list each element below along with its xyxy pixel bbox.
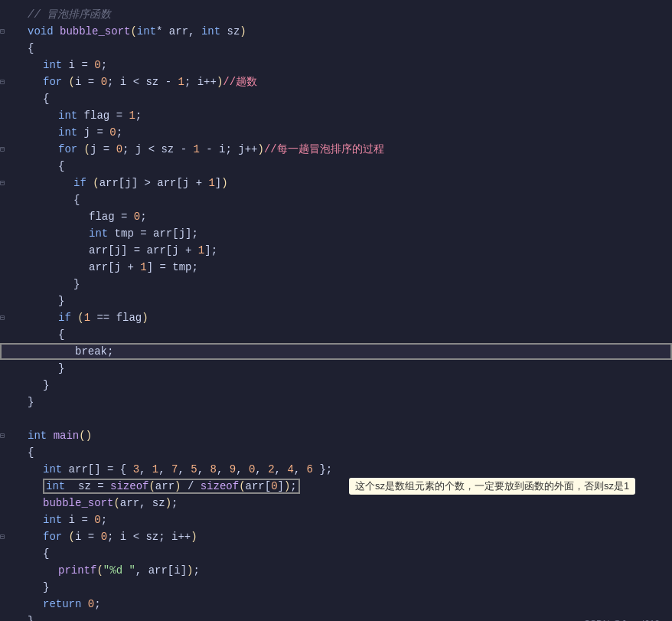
token-plain: j =: [90, 143, 116, 155]
line-1: // 冒泡排序函数: [0, 6, 672, 23]
token-plain: ,: [236, 463, 249, 476]
token-plain: arr[j +: [89, 261, 140, 273]
token-plain: i =: [62, 514, 94, 526]
token-fn: bubble_sort: [60, 25, 130, 38]
token-num: 0: [94, 514, 100, 526]
token-plain: arr[: [246, 480, 272, 492]
token-plain: {: [43, 93, 49, 105]
token-paren: (: [113, 497, 119, 509]
line-30: bubble_sort(arr, sz);: [0, 495, 672, 512]
token-fn: bubble_sort: [43, 497, 113, 509]
token-paren: ): [142, 312, 148, 324]
fold-icon[interactable]: ⊟: [0, 313, 5, 322]
token-plain: }: [28, 615, 34, 621]
token-kw: int: [89, 227, 108, 240]
line-content: {: [24, 93, 660, 105]
token-plain: ,: [294, 463, 307, 476]
token-plain: ,: [255, 463, 268, 476]
token-plain: ;: [140, 211, 146, 223]
fold-icon[interactable]: ⊟: [0, 77, 5, 87]
fold-icon[interactable]: ⊟: [0, 27, 5, 36]
token-num: 1: [198, 244, 204, 257]
line-content: }: [24, 379, 660, 391]
line-content: {: [24, 160, 660, 172]
fold-icon[interactable]: ⊟: [0, 145, 5, 154]
token-num: 5: [191, 463, 197, 476]
token-plain: * arr,: [156, 25, 201, 38]
token-kw: for: [43, 531, 62, 543]
code-area: // 冒泡排序函数⊟void bubble_sort(int* arr, int…: [0, 0, 672, 621]
line-content: break;: [26, 345, 658, 358]
token-plain: {: [58, 328, 64, 341]
token-plain: == flag: [90, 312, 142, 324]
line-22: }: [0, 360, 672, 377]
fold-icon[interactable]: ⊟: [0, 178, 5, 188]
token-plain: ];: [204, 244, 217, 257]
token-kw: if: [58, 312, 71, 324]
token-plain: [81, 598, 87, 610]
line-5: ⊟for (i = 0; i < sz - 1; i++)//趟数: [0, 74, 672, 90]
token-plain: ;: [290, 480, 296, 492]
line-35: }: [0, 579, 672, 596]
token-num: 1: [178, 76, 184, 88]
line-content: int j = 0;: [24, 126, 660, 139]
token-plain: [54, 25, 60, 38]
line-content: {: [24, 42, 660, 54]
token-plain: ;: [193, 564, 199, 577]
token-plain: {: [58, 160, 64, 172]
line-9: ⊟for (j = 0; j < sz - 1 - i; j++)//每一趟冒泡…: [0, 141, 672, 158]
token-num: 1: [129, 109, 135, 122]
token-paren: ): [86, 430, 92, 442]
token-kw: int: [58, 126, 77, 139]
token-plain: arr: [155, 480, 175, 492]
line-12: {: [0, 191, 672, 208]
token-plain: - i; j++: [200, 143, 258, 155]
line-23: }: [0, 377, 672, 394]
token-plain: {: [73, 194, 80, 206]
token-plain: ;: [171, 497, 178, 509]
token-paren: ): [165, 497, 171, 509]
line-13: flag = 0;: [0, 208, 672, 225]
token-plain: };: [313, 463, 332, 476]
token-num: 8: [210, 463, 217, 476]
line-24: }: [0, 394, 672, 410]
line-10: {: [0, 158, 672, 175]
token-fn: printf: [58, 564, 96, 577]
token-num: 1: [193, 143, 199, 155]
token-num: 0: [101, 76, 107, 88]
token-plain: ,: [217, 463, 230, 476]
line-content: }: [24, 581, 660, 593]
line-3: {: [0, 40, 672, 57]
token-paren: (: [96, 564, 103, 577]
line-content: }: [24, 615, 660, 621]
line-31: int i = 0;: [0, 512, 672, 528]
token-plain: ;: [135, 109, 142, 122]
line-21: break;: [0, 343, 672, 360]
token-fn: main: [54, 430, 80, 442]
fold-icon[interactable]: ⊟: [0, 532, 5, 541]
token-num: 2: [268, 463, 274, 476]
token-plain: ;: [116, 126, 122, 139]
token-plain: arr[] = {: [62, 463, 132, 476]
token-paren: (: [77, 143, 90, 155]
token-plain: arr[j] = arr[j +: [89, 244, 198, 257]
token-paren: (: [79, 430, 85, 442]
token-kw: return: [43, 598, 81, 610]
token-comment-cn: //趟数: [223, 76, 257, 88]
token-plain: ;: [101, 59, 107, 71]
line-content: printf("%d ", arr[i]);: [24, 564, 660, 577]
token-kw: int: [58, 109, 77, 122]
line-7: int flag = 1;: [0, 107, 672, 124]
token-str: "%d ": [103, 564, 135, 577]
fold-icon[interactable]: ⊟: [0, 431, 5, 440]
token-num: 4: [287, 463, 293, 476]
line-16: arr[j + 1] = tmp;: [0, 259, 672, 276]
line-content: int flag = 1;: [24, 109, 660, 122]
token-fn: sizeof: [110, 480, 148, 492]
line-content: int main(): [24, 430, 660, 442]
line-29: int sz = sizeof(arr) / sizeof(arr[0]);这个…: [0, 478, 672, 495]
line-34: printf("%d ", arr[i]);: [0, 562, 672, 579]
token-plain: break;: [75, 345, 113, 358]
token-num: 0: [271, 480, 277, 492]
token-plain: arr, sz: [120, 497, 165, 509]
